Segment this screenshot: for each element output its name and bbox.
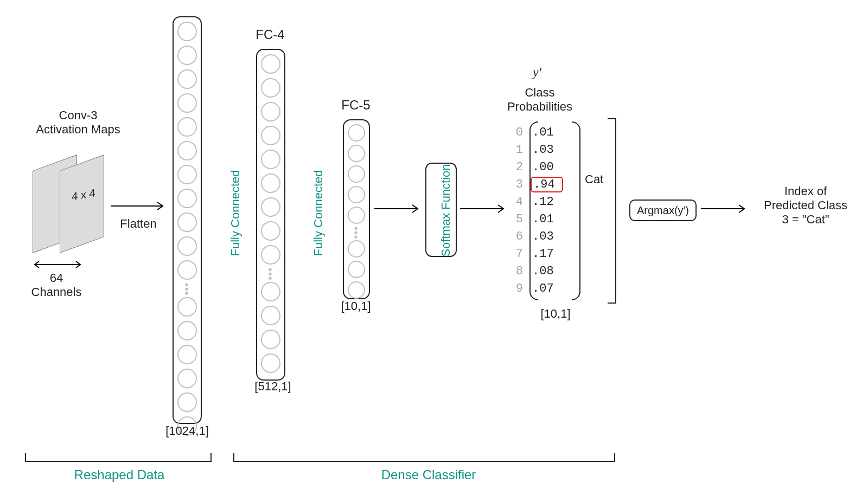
- region-right-label: Dense Classifier: [369, 467, 488, 482]
- vec-512: •••: [256, 49, 285, 381]
- region-bracket-left: [25, 453, 212, 462]
- diagram-root: { "conv": { "title": "Conv-3\nActivation…: [0, 0, 868, 502]
- vec-10-shape: [10,1]: [334, 299, 378, 313]
- probs-column: 0.01 1.03 2.00 3.94 4.12 5.01 6.03 7.17 …: [509, 124, 563, 297]
- arrow-to-output: [700, 203, 749, 214]
- conv3-title: Conv-3 Activation Maps: [24, 108, 132, 137]
- probs-title: Class Probabilities: [499, 86, 580, 114]
- arrow-to-probs: [459, 203, 508, 214]
- fc-label-1: Fully Connected: [228, 170, 242, 256]
- vec-1024-shape: [1024,1]: [163, 424, 212, 438]
- arrow-flatten: [108, 201, 168, 211]
- vec-512-shape: [512,1]: [248, 379, 297, 394]
- channels-arrow: [30, 259, 85, 270]
- fc5-title: FC-5: [334, 98, 378, 113]
- arrow-to-softmax: [373, 203, 422, 214]
- argmax-label: Argmax(y′): [637, 204, 689, 217]
- probs-shape: [10,1]: [534, 307, 577, 321]
- fc4-title: FC-4: [248, 27, 292, 42]
- probs-paren-right: [572, 121, 580, 300]
- yprime-label: y′: [521, 65, 553, 80]
- output-label: Index of Predicted Class 3 = "Cat": [754, 184, 857, 227]
- fc-label-2: Fully Connected: [311, 170, 326, 256]
- softmax-label: Softmax Function: [439, 164, 453, 256]
- vec-10: •••: [343, 119, 370, 299]
- probs-highlight-label: Cat: [585, 172, 603, 186]
- flatten-label: Flatten: [114, 217, 163, 231]
- argmax-box: Argmax(y′): [629, 199, 697, 221]
- region-left-label: Reshaped Data: [60, 467, 179, 482]
- channels-label: 64 Channels: [24, 271, 89, 299]
- region-bracket-right: [233, 453, 615, 462]
- probs-bracket-right: [608, 118, 616, 304]
- vec-1024: •••: [173, 16, 202, 424]
